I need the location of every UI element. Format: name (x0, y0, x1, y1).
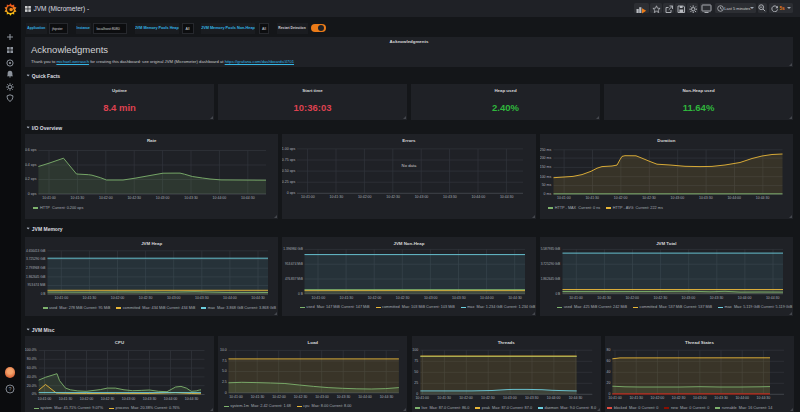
svg-text:?: ? (8, 386, 11, 392)
